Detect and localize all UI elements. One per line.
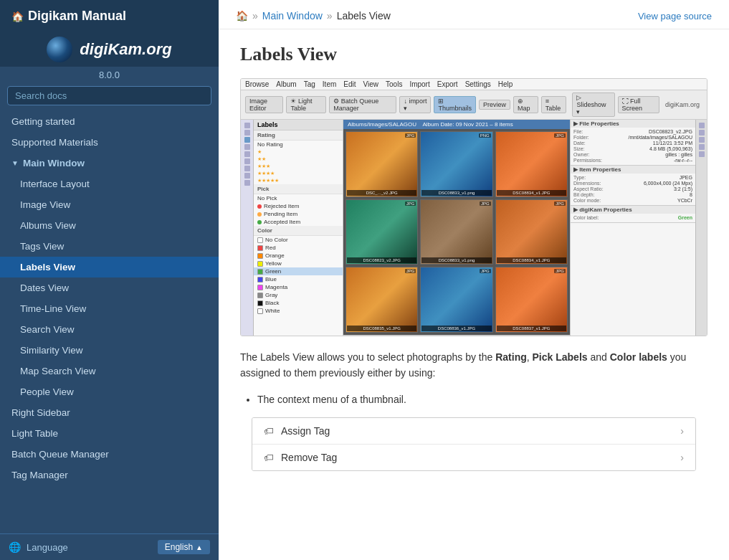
dk-import-btn: ↓ import ▾ bbox=[399, 96, 431, 113]
language-arrow-icon: ▲ bbox=[196, 544, 203, 551]
dk-rating-none: No Rating bbox=[254, 141, 343, 148]
dk-thumb-9: JPGDSC08837_v1.JPG bbox=[495, 267, 568, 333]
page-title: Labels View bbox=[240, 44, 707, 65]
dk-thumb-4: JPGDSC08823_v2.JPG bbox=[346, 199, 418, 265]
remove-tag-icon: 🏷 bbox=[264, 452, 274, 463]
dk-tab-dates bbox=[244, 144, 250, 150]
dk-left-tabs bbox=[241, 120, 254, 336]
dk-light-table-btn: ☀ Light Table bbox=[286, 96, 326, 113]
dk-tab-people bbox=[244, 180, 250, 186]
breadcrumb: 🏠 » Main Window » Labels View bbox=[236, 10, 391, 22]
dk-rating-5: ★★★★★ bbox=[254, 177, 343, 184]
sidebar-item-albums-view[interactable]: Albums View bbox=[0, 215, 219, 236]
sidebar-footer: 🌐 Language English ▲ bbox=[0, 533, 219, 560]
sidebar-app-icon: 🏠 Digikam Manual bbox=[11, 9, 126, 24]
dk-tab-timeline bbox=[244, 151, 250, 157]
view-source-link[interactable]: View page source bbox=[638, 11, 712, 22]
digikam-screenshot-container: BrowseAlbumTagItemEditViewToolsImportExp… bbox=[240, 78, 707, 336]
ctx-remove-tag: 🏷 Remove Tag › bbox=[252, 445, 695, 470]
dk-tab-albums bbox=[244, 123, 250, 128]
rating-emphasis: Rating bbox=[495, 351, 527, 363]
dk-color-green: Green bbox=[254, 267, 343, 275]
dk-digikam-properties-title: ▶ digiKam Properties bbox=[571, 206, 695, 214]
dk-rtab-1 bbox=[699, 123, 705, 128]
sidebar-item-right-sidebar[interactable]: Right Sidebar bbox=[0, 402, 219, 423]
search-input[interactable] bbox=[7, 86, 211, 105]
sidebar-item-supported-materials[interactable]: Supported Materials bbox=[0, 132, 219, 153]
dk-labels-panel: Labels Rating No Rating ★ ★★ ★★★ ★★★★ ★★… bbox=[254, 120, 343, 336]
context-menu-screenshot: 🏷 Assign Tag › 🏷 Remove Tag › bbox=[252, 417, 696, 471]
language-icon: 🌐 bbox=[9, 541, 21, 553]
sidebar-item-image-view[interactable]: Image View bbox=[0, 194, 219, 215]
dk-slideshow-btn: ▷ Slideshow ▾ bbox=[572, 92, 614, 117]
dk-rating-4: ★★★★ bbox=[254, 170, 343, 177]
sidebar-item-people-view[interactable]: People View bbox=[0, 381, 219, 402]
sidebar-item-main-window[interactable]: ▼ Main Window bbox=[0, 153, 219, 174]
assign-tag-arrow-icon: › bbox=[680, 425, 684, 437]
dk-color-white: White bbox=[254, 307, 343, 315]
dk-color-section: Color bbox=[254, 226, 343, 236]
dk-menubar: BrowseAlbumTagItemEditViewToolsImportExp… bbox=[241, 79, 707, 90]
sidebar-item-similarity-view[interactable]: Similarity View bbox=[0, 340, 219, 361]
dk-main-area: Albums/Images/SALAGOU Album Date: 09 Nov… bbox=[343, 120, 570, 336]
color-labels-emphasis: Color labels bbox=[610, 351, 667, 363]
sidebar-app-title: Digikam Manual bbox=[28, 9, 126, 24]
digikam-screenshot: BrowseAlbumTagItemEditViewToolsImportExp… bbox=[241, 79, 707, 336]
collapse-icon: ▼ bbox=[11, 159, 19, 167]
breadcrumb-main-window[interactable]: Main Window bbox=[262, 10, 323, 22]
sidebar-item-interface-layout[interactable]: Interface Layout bbox=[0, 174, 219, 194]
language-label: Language bbox=[27, 542, 152, 553]
sidebar-item-map-search-view[interactable]: Map Search View bbox=[0, 361, 219, 381]
dk-thumb-6: JPGDSC08834_v1.JPG bbox=[495, 199, 568, 265]
sidebar-item-search-view[interactable]: Search View bbox=[0, 319, 219, 340]
language-button[interactable]: English ▲ bbox=[158, 540, 210, 554]
dk-tab-labels bbox=[244, 137, 250, 143]
current-language: English bbox=[165, 542, 193, 552]
dk-thumbnails: JPGDSC_..._v2.JPG PNGDSC08833_v1.png JPG… bbox=[343, 129, 570, 335]
dk-rating-2: ★★ bbox=[254, 156, 343, 163]
dk-rating-section: Rating bbox=[254, 130, 343, 141]
dk-digikam-properties: ▶ digiKam Properties Color label:Green bbox=[571, 206, 695, 223]
dk-thumb-3: JPGDSC08834_v1.JPG bbox=[495, 131, 568, 197]
digikam-logo bbox=[47, 37, 72, 62]
dk-thumb-7: JPGDSC08835_v1.JPG bbox=[346, 267, 418, 333]
dk-pick-none: No Pick bbox=[254, 194, 343, 202]
dk-right-tabs bbox=[695, 120, 707, 336]
sidebar-item-time-line-view[interactable]: Time-Line View bbox=[0, 298, 219, 319]
dk-thumb-1: JPGDSC_..._v2.JPG bbox=[346, 131, 418, 197]
sidebar-item-dates-view[interactable]: Dates View bbox=[0, 277, 219, 298]
sidebar-item-tags-view[interactable]: Tags View bbox=[0, 236, 219, 257]
dk-pick-accepted: Accepted Item bbox=[254, 218, 343, 226]
dk-tab-tags bbox=[244, 130, 250, 136]
ctx-assign-tag: 🏷 Assign Tag › bbox=[252, 418, 695, 445]
sidebar-header: 🏠 Digikam Manual bbox=[0, 0, 219, 29]
dk-appname: digiKam.org bbox=[662, 101, 702, 108]
sidebar-item-labels-view[interactable]: Labels View bbox=[0, 257, 219, 277]
dk-right-panel: ▶ File Properties File:DSC08823_v2.JPG F… bbox=[570, 120, 695, 336]
breadcrumb-home-icon[interactable]: 🏠 bbox=[236, 10, 248, 22]
dk-fullscreen-btn: ⛶ Full Screen bbox=[618, 96, 659, 113]
dk-thumb-8: JPGDSC08836_v1.JPG bbox=[420, 267, 492, 333]
sidebar-item-getting-started[interactable]: Getting started bbox=[0, 111, 219, 132]
dk-album-header: Albums/Images/SALAGOU Album Date: 09 Nov… bbox=[343, 120, 570, 129]
dk-rtab-5 bbox=[699, 151, 705, 157]
bullet-list: The context menu of a thumbnail. bbox=[257, 391, 707, 407]
dk-map-btn: ⊕ Map bbox=[513, 96, 538, 113]
description-text: The Labels View allows you to select pho… bbox=[240, 349, 707, 381]
dk-color-magenta: Magenta bbox=[254, 283, 343, 291]
dk-labels-title: Labels bbox=[254, 120, 343, 130]
dk-image-editor-btn: Image Editor bbox=[245, 96, 283, 113]
dk-color-yellow: Yellow bbox=[254, 260, 343, 267]
main-content: 🏠 » Main Window » Labels View View page … bbox=[219, 0, 729, 560]
sidebar-item-batch-queue-manager[interactable]: Batch Queue Manager bbox=[0, 444, 219, 465]
remove-tag-arrow-icon: › bbox=[680, 452, 684, 463]
topbar: 🏠 » Main Window » Labels View View page … bbox=[219, 0, 729, 29]
sidebar-item-light-table[interactable]: Light Table bbox=[0, 423, 219, 444]
dk-pick-section: Pick bbox=[254, 184, 343, 194]
dk-statusbar: DSC08823_v2.JPG (1 of 8) No active filte… bbox=[343, 335, 570, 336]
dk-tab-map bbox=[244, 173, 250, 179]
dk-tab-search bbox=[244, 158, 250, 164]
dk-item-properties: ▶ Item Properties Type:JPEG Dimensions:6… bbox=[571, 166, 695, 206]
dk-color-black: Black bbox=[254, 299, 343, 307]
sidebar-item-tag-manager[interactable]: Tag Manager bbox=[0, 465, 219, 485]
